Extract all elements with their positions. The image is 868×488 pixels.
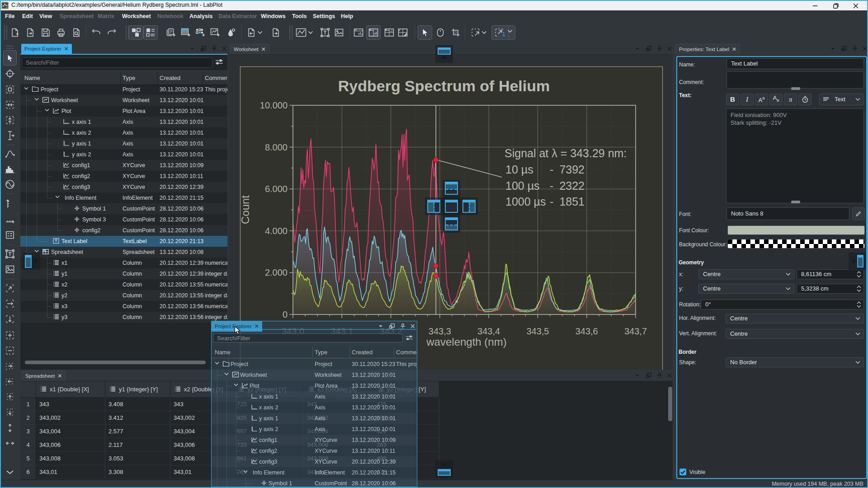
dock-menu-icon[interactable] xyxy=(189,45,196,52)
curve-tool-button[interactable] xyxy=(5,148,15,159)
dock-float-icon[interactable] xyxy=(200,45,207,52)
border-shape-combo[interactable]: No Border xyxy=(726,357,864,367)
shift-down-button[interactable] xyxy=(5,407,15,418)
column-header-comment[interactable]: Comment xyxy=(205,71,227,85)
cell-r4c2[interactable]: 2.117 xyxy=(105,438,170,452)
tree-row-config2[interactable]: config2XYCurve13.12.2020 10:11 xyxy=(212,446,416,456)
x-value-spinbox[interactable]: 8,61136 cm xyxy=(797,269,864,279)
column-header-created[interactable]: Created xyxy=(160,71,180,85)
scale-auto-button[interactable] xyxy=(5,283,15,294)
plot-two-button[interactable] xyxy=(366,25,381,40)
name-input[interactable]: Text Label xyxy=(726,58,864,69)
cell-r2c2[interactable]: 3.412 xyxy=(105,411,170,425)
crop-select-button[interactable] xyxy=(448,25,463,40)
dock-indicator-center[interactable] xyxy=(445,200,458,213)
crosshair-button[interactable] xyxy=(5,68,15,79)
fourier-tool-button[interactable] xyxy=(5,179,15,190)
tree-row-worksheet[interactable]: WorksheetWorksheet13.12.2020 10:01 xyxy=(20,95,227,106)
tree-row-project[interactable]: ProjectProject30.11.2020 15:23This proje… xyxy=(20,84,227,95)
row-number[interactable]: 5 xyxy=(20,452,36,465)
expander-icon[interactable] xyxy=(215,361,220,365)
titlebar[interactable]: C:/temp/bin/data/labplot2/examples/Gener… xyxy=(0,1,868,10)
dock-indicator-top-edge[interactable] xyxy=(438,47,451,55)
cell-r3c2[interactable]: 2.577 xyxy=(105,425,170,438)
axis-horizontal-button[interactable] xyxy=(5,214,15,225)
new-spreadsheet-button[interactable] xyxy=(179,25,193,40)
open-document-button[interactable] xyxy=(23,25,38,40)
row-number[interactable]: 2 xyxy=(20,411,36,425)
restore-button[interactable] xyxy=(828,1,844,10)
cell-r1c2[interactable]: 3.408 xyxy=(105,398,170,411)
toolbar-drag-handle[interactable] xyxy=(6,46,14,49)
font-input[interactable]: Noto Sans 8 xyxy=(726,207,849,220)
tree-row-spreadsheet[interactable]: SpreadsheetSpreadsheet13.12.2020 10:08 xyxy=(20,247,227,258)
shift-left-button[interactable] xyxy=(5,376,15,387)
visible-checkbox[interactable] xyxy=(679,469,686,475)
row-number[interactable]: 6 xyxy=(20,465,36,479)
column-header-2[interactable]: y1 {Integer} [Y] xyxy=(105,381,170,398)
dock-indicator-split-right[interactable] xyxy=(462,200,476,213)
cell-r5c1[interactable]: 343,008 xyxy=(36,452,105,465)
tree-row-x-axis-1[interactable]: x axis 1Axis13.12.2020 10:01 xyxy=(212,391,416,402)
tree-row-config3[interactable]: config3XYCurve20.12.2020 12:39 xyxy=(212,456,416,467)
expand-h-button[interactable] xyxy=(5,438,15,449)
format-pi-button[interactable]: π xyxy=(784,94,797,105)
expander-icon[interactable] xyxy=(55,195,61,198)
editor-resize-grip[interactable] xyxy=(791,201,800,203)
chevron-down-button[interactable] xyxy=(480,25,488,40)
dock-close-icon[interactable] xyxy=(221,45,227,52)
chevron-down-big-button[interactable] xyxy=(5,467,15,478)
plot-bottom-button[interactable] xyxy=(351,25,366,40)
zoom-out-dash-button[interactable] xyxy=(5,345,15,356)
redo-button[interactable] xyxy=(104,25,119,40)
dock-indicator-right-edge[interactable] xyxy=(857,255,863,267)
zoom-one-button[interactable]: 1 xyxy=(491,25,515,40)
tree-row-plot[interactable]: PlotPlot Area13.12.2020 10:01 xyxy=(20,106,227,117)
filter-icon[interactable] xyxy=(406,335,413,341)
dock-indicator-split-top[interactable] xyxy=(445,182,458,195)
background-colour-swatch[interactable] xyxy=(727,239,865,249)
plot-four-button[interactable] xyxy=(382,25,396,40)
zoom-box-in-button[interactable] xyxy=(5,84,15,95)
expander-icon[interactable] xyxy=(224,372,230,375)
menu-tools[interactable]: Tools xyxy=(292,10,307,22)
expander-icon[interactable] xyxy=(24,87,29,90)
font-edit-button[interactable] xyxy=(852,207,865,220)
column-header-1[interactable]: x1 {Double} [X] xyxy=(36,381,105,398)
toolbar-drag-handle[interactable] xyxy=(126,25,129,40)
menu-help[interactable]: Help xyxy=(341,10,353,22)
print-preview-button[interactable] xyxy=(69,25,84,40)
layout-tree-button[interactable] xyxy=(129,25,143,40)
menu-view[interactable]: View xyxy=(39,10,52,22)
chevron-down-button[interactable] xyxy=(307,25,315,40)
y-value-spinbox[interactable]: 5,3238 cm xyxy=(797,284,864,294)
format-bold-button[interactable]: B xyxy=(726,94,739,105)
dock-float-icon[interactable] xyxy=(645,372,652,379)
text-label-button[interactable] xyxy=(318,25,332,40)
menu-edit[interactable]: Edit xyxy=(22,10,33,22)
cursor-line-button[interactable] xyxy=(5,130,15,141)
format-subscript-button[interactable]: AB xyxy=(769,94,783,105)
plot-custom-button[interactable] xyxy=(396,25,410,40)
format-superscript-button[interactable]: AB xyxy=(755,94,768,105)
dock-float-icon[interactable] xyxy=(840,45,848,52)
close-window-button[interactable] xyxy=(848,1,863,10)
new-matrix-button[interactable] xyxy=(193,25,208,40)
print-button[interactable] xyxy=(54,25,68,40)
color-theme-button[interactable] xyxy=(224,25,238,40)
minimize-button[interactable] xyxy=(807,1,823,10)
text-editor[interactable]: Field ionisation: 900VStark splitting: -… xyxy=(726,108,864,203)
horizontal-scrollbar[interactable] xyxy=(25,361,206,364)
hor-alignment-combo[interactable]: Centre xyxy=(726,314,864,324)
mouse-zoom-button[interactable] xyxy=(433,25,448,40)
legend-tool-button[interactable] xyxy=(5,230,15,240)
dock-pin-icon[interactable] xyxy=(211,45,218,52)
dock-indicator-bottom-edge[interactable] xyxy=(438,469,451,476)
vertical-scrollbar[interactable] xyxy=(668,387,672,421)
menu-analysis[interactable]: Analysis xyxy=(189,10,212,22)
dock-indicator-split-bottom[interactable] xyxy=(445,217,458,230)
tree-row-symbol-1[interactable]: Symbol 1CustomPoint28.12.2020 10:06 xyxy=(212,478,416,487)
tree-row-config2[interactable]: config2CustomPoint28.12.2020 10:06 xyxy=(20,225,227,236)
row-number[interactable]: 4 xyxy=(20,438,36,452)
tree-row-plot[interactable]: PlotPlot Area13.12.2020 10:01 xyxy=(212,380,416,391)
